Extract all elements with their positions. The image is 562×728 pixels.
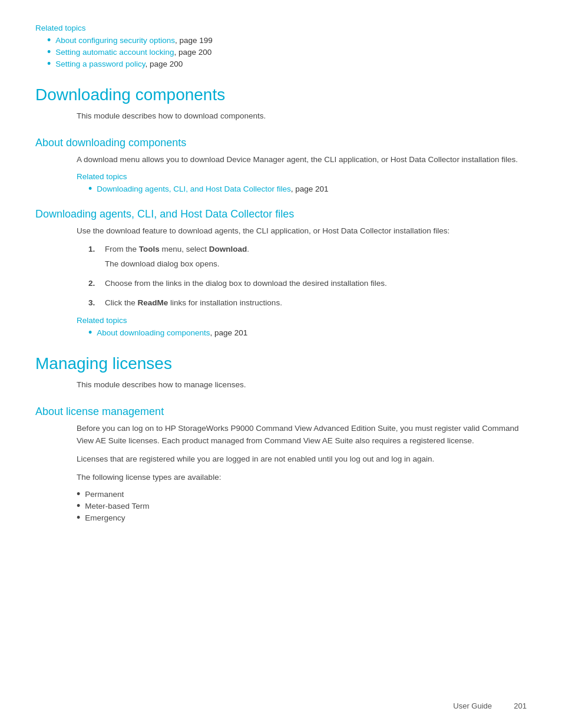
footer-label: User Guide [453, 701, 492, 710]
bullet-icon: • [47, 47, 51, 57]
bullet-icon: • [88, 327, 92, 338]
step-3-content: Click the ReadMe links for installation … [105, 297, 282, 309]
list-item: • About downloading components, page 201 [88, 328, 527, 338]
meter-label: Meter-based Term [85, 502, 149, 510]
license-para-3: The following license types are availabl… [77, 472, 527, 484]
bullet-icon: • [77, 489, 80, 499]
downloading-components-section: Downloading components This module descr… [35, 85, 527, 123]
list-item: • Setting a password policy, page 200 [47, 60, 527, 69]
bullet-icon: • [47, 58, 51, 69]
bullet-icon: • [77, 500, 80, 511]
related-topics-list-2: • Downloading agents, CLI, and Host Data… [88, 185, 527, 194]
managing-licenses-title: Managing licenses [35, 354, 527, 373]
link-suffix: , page 201 [210, 328, 247, 337]
license-types-list: • Permanent • Meter-based Term • Emergen… [77, 490, 527, 523]
related-topics-list-3: • About downloading components, page 201 [88, 328, 527, 338]
downloading-components-body: This module describes how to download co… [77, 110, 527, 123]
step-1-suffix: . [247, 245, 249, 253]
about-downloading-section: About downloading components A download … [35, 137, 527, 194]
link-suffix-1: , page 199 [175, 36, 213, 45]
page-footer: User Guide 201 [453, 701, 527, 710]
step-number-1: 1. [88, 243, 100, 271]
list-item: • Downloading agents, CLI, and Host Data… [88, 185, 527, 194]
link-password-policy[interactable]: Setting a password policy [55, 60, 145, 68]
tools-bold: Tools [139, 245, 160, 253]
list-item: • About configuring security options, pa… [47, 36, 527, 45]
related-topics-label-1: Related topics [35, 24, 527, 32]
related-topics-label-3: Related topics [77, 316, 527, 325]
related-topics-label-2: Related topics [77, 172, 527, 181]
link-account-locking[interactable]: Setting automatic account locking [55, 48, 174, 57]
downloading-agents-title: Downloading agents, CLI, and Host Data C… [35, 208, 527, 220]
readme-bold: ReadMe [138, 298, 168, 307]
list-item-emergency: • Emergency [77, 513, 527, 523]
footer-page-number: 201 [514, 701, 527, 710]
download-bold: Download [209, 245, 247, 253]
license-para-1: Before you can log on to HP StorageWorks… [77, 423, 527, 447]
step-number-2: 2. [88, 278, 100, 290]
step-number-3: 3. [88, 297, 100, 309]
related-topics-section-2: Related topics • Downloading agents, CLI… [77, 172, 527, 194]
related-topics-section-3: Related topics • About downloading compo… [77, 316, 527, 338]
related-topics-section-1: Related topics • About configuring secur… [35, 24, 527, 69]
bullet-icon: • [88, 183, 92, 194]
downloading-components-title: Downloading components [35, 85, 527, 104]
step-2-text: Choose from the links in the dialog box … [105, 278, 387, 290]
list-item-meter: • Meter-based Term [77, 502, 527, 511]
about-license-title: About license management [35, 406, 527, 418]
step-1-mid: menu, select [160, 245, 209, 253]
managing-licenses-section: Managing licenses This module describes … [35, 354, 527, 391]
license-para-2: Licenses that are registered while you a… [77, 453, 527, 466]
about-downloading-body: A download menu allows you to download D… [77, 154, 527, 166]
steps-list: 1. From the Tools menu, select Download.… [88, 243, 527, 309]
link-about-downloading[interactable]: About downloading components [97, 328, 210, 337]
list-item: • Setting automatic account locking, pag… [47, 48, 527, 57]
bullet-icon: • [47, 35, 51, 45]
link-downloading-agents[interactable]: Downloading agents, CLI, and Host Data C… [97, 185, 290, 193]
list-item-permanent: • Permanent [77, 490, 527, 499]
step-1-prefix: From the [105, 245, 139, 253]
link-suffix-2: , page 200 [174, 48, 211, 57]
step-2: 2. Choose from the links in the dialog b… [88, 278, 527, 290]
step-1-content: From the Tools menu, select Download. Th… [105, 243, 249, 271]
related-topics-list-1: • About configuring security options, pa… [47, 36, 527, 69]
step-3-suffix: links for installation instructions. [168, 298, 282, 307]
step-3: 3. Click the ReadMe links for installati… [88, 297, 527, 309]
step-1-sub: The download dialog box opens. [105, 258, 249, 271]
about-license-section: About license management Before you can … [35, 406, 527, 523]
downloading-agents-intro: Use the download feature to download age… [77, 225, 527, 238]
about-downloading-title: About downloading components [35, 137, 527, 149]
managing-licenses-body: This module describes how to manage lice… [77, 379, 527, 391]
link-suffix-3: , page 200 [145, 60, 183, 68]
link-suffix: , page 201 [291, 185, 329, 193]
bullet-icon: • [77, 512, 80, 523]
emergency-label: Emergency [85, 513, 125, 522]
link-security-options[interactable]: About configuring security options [55, 36, 175, 45]
permanent-label: Permanent [85, 490, 124, 499]
step-3-prefix: Click the [105, 298, 138, 307]
downloading-agents-section: Downloading agents, CLI, and Host Data C… [35, 208, 527, 338]
step-1: 1. From the Tools menu, select Download.… [88, 243, 527, 271]
